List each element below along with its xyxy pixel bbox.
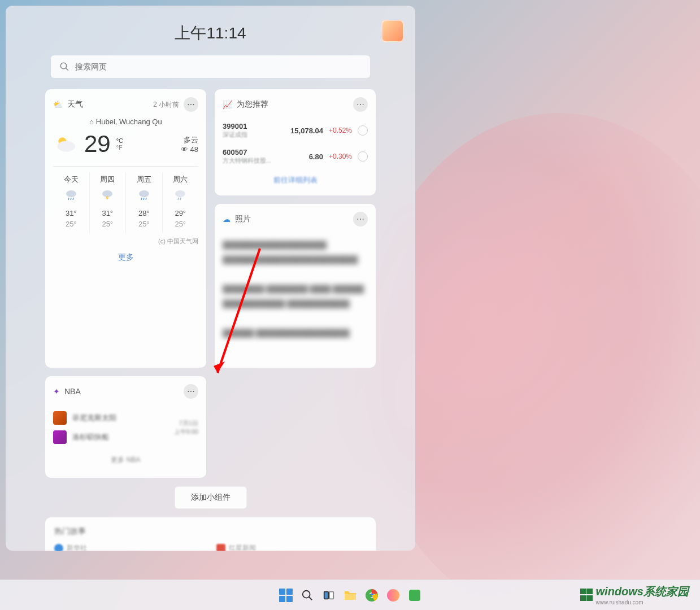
clock: 上午11:14: [175, 23, 246, 44]
news-source-icon: [216, 544, 225, 551]
svg-rect-22: [329, 591, 333, 599]
news-widget[interactable]: 热门故事 新华社 权威快报|七月，这些重要新规开始施行 红星新闻 全球在建规模最…: [45, 517, 376, 551]
panel-header: 上午11:14: [6, 6, 415, 55]
svg-point-0: [60, 63, 67, 69]
rain-icon: [64, 189, 78, 201]
watermark: windows系统家园 www.ruishadu.com: [580, 584, 689, 605]
svg-line-12: [144, 198, 144, 200]
location-icon: ⌂: [89, 117, 95, 126]
team-logo-icon: [53, 411, 67, 425]
weather-location: ⌂ Hubei, Wuchang Qu: [53, 117, 198, 126]
team-logo-icon: [53, 430, 67, 444]
stocks-more-link[interactable]: 前往详细列表: [223, 169, 368, 188]
svg-point-19: [302, 590, 310, 598]
svg-rect-28: [409, 590, 420, 601]
forecast-day[interactable]: 今天 31° 25°: [53, 172, 90, 233]
weather-title: 天气: [67, 99, 83, 110]
svg-rect-21: [324, 591, 328, 599]
stock-row[interactable]: 600507 方大特钢科技股... 6.80 +0.30%: [223, 143, 368, 169]
svg-line-15: [178, 198, 179, 200]
weather-widget[interactable]: ⛅ 天气 2 小时前 ⋯ ⌂ Hubei, Wuchang Qu 29 °C °…: [45, 89, 206, 368]
stocks-title: 为您推荐: [237, 99, 268, 110]
forecast-day[interactable]: 周四 31° 25°: [90, 172, 127, 233]
svg-rect-23: [345, 594, 356, 600]
file-explorer-button[interactable]: [342, 587, 359, 604]
weather-units[interactable]: °C °F: [116, 137, 123, 151]
widget-menu-button[interactable]: ⋯: [353, 212, 368, 226]
svg-point-10: [139, 190, 149, 197]
news-source-icon: [54, 544, 63, 551]
task-view-button[interactable]: [320, 587, 337, 604]
svg-line-16: [180, 198, 181, 200]
nba-title: NBA: [64, 387, 81, 396]
rain-icon: [173, 189, 187, 201]
news-item[interactable]: 红星新闻 全球在建规模最大水电工程投产发电背后：气象部门提供了10年保障: [216, 543, 367, 551]
svg-line-6: [71, 198, 71, 200]
stocks-widget[interactable]: 📈 为您推荐 ⋯ 399001 深证成指 15,078.04 +0.52% 60…: [215, 89, 376, 195]
storm-icon: [101, 189, 114, 201]
svg-line-11: [141, 198, 142, 200]
nba-more-link[interactable]: 更多 NBA: [53, 451, 198, 465]
add-widget-button[interactable]: 添加小组件: [175, 486, 247, 509]
news-item[interactable]: 新华社 权威快报|七月，这些重要新规开始施行: [54, 543, 205, 551]
weather-temp: 29: [84, 130, 111, 158]
chrome-button[interactable]: [363, 587, 380, 604]
weather-partly-cloudy-icon: [53, 134, 79, 154]
widgets-grid: ⛅ 天气 2 小时前 ⋯ ⌂ Hubei, Wuchang Qu 29 °C °…: [6, 89, 415, 551]
svg-line-5: [68, 198, 69, 200]
svg-line-7: [73, 198, 73, 200]
stocks-icon: 📈: [223, 100, 232, 109]
weather-condition: 多云 👁 48: [181, 135, 198, 154]
svg-line-20: [308, 596, 312, 600]
app-button[interactable]: [406, 587, 423, 604]
search-button[interactable]: [299, 587, 316, 604]
search-input[interactable]: [75, 62, 362, 71]
svg-line-13: [146, 198, 146, 200]
add-stock-icon[interactable]: [358, 125, 368, 136]
weather-timestamp: 2 小时前: [153, 100, 179, 110]
svg-point-14: [175, 190, 185, 197]
stock-row[interactable]: 399001 深证成指 15,078.04 +0.52%: [223, 117, 368, 143]
svg-line-1: [66, 68, 68, 71]
forecast-day[interactable]: 周五 28° 25°: [126, 172, 163, 233]
weather-current: 29 °C °F 多云 👁 48: [53, 130, 198, 158]
search-bar[interactable]: [51, 55, 370, 78]
news-header: 热门故事: [54, 526, 367, 537]
svg-point-4: [66, 190, 76, 197]
game-time: 7月1日 上午9:00: [174, 419, 198, 436]
weather-attribution: (c) 中国天气网: [53, 237, 198, 246]
photos-widget[interactable]: ☁ 照片 ⋯ ████████████████████ ████████████…: [215, 204, 376, 368]
weather-icon: ⛅: [53, 100, 63, 109]
app-button[interactable]: [385, 587, 402, 604]
photos-content-blurred: ████████████████████ ███████████████████…: [223, 232, 368, 346]
photos-title: 照片: [235, 214, 251, 224]
forecast-day[interactable]: 周六 29° 25°: [163, 172, 199, 233]
photos-icon: ☁: [223, 215, 231, 224]
svg-point-27: [387, 589, 399, 602]
avatar[interactable]: [381, 20, 404, 42]
svg-point-3: [58, 141, 76, 151]
widget-menu-button[interactable]: ⋯: [184, 384, 198, 399]
nba-widget[interactable]: ✦ NBA ⋯ 菲尼克斯太阳 洛杉矶快船 7月1日 上午9: [45, 376, 206, 478]
weather-more-link[interactable]: 更多: [53, 252, 198, 263]
widgets-panel: 上午11:14 ⛅ 天气 2 小时前 ⋯ ⌂ Hubei, Wuchang Qu…: [6, 6, 415, 551]
nba-game[interactable]: 菲尼克斯太阳 洛杉矶快船 7月1日 上午9:00: [53, 404, 198, 451]
rain-icon: [137, 189, 151, 201]
search-icon: [59, 62, 69, 72]
weather-forecast: 今天 31° 25° 周四 31° 25° 周五 28° 25°: [53, 166, 198, 233]
start-button[interactable]: [277, 587, 294, 604]
windows-logo-icon: [580, 589, 593, 601]
add-stock-icon[interactable]: [358, 151, 368, 162]
nba-icon: ✦: [53, 387, 60, 396]
widget-menu-button[interactable]: ⋯: [184, 97, 198, 112]
widget-menu-button[interactable]: ⋯: [353, 97, 368, 112]
